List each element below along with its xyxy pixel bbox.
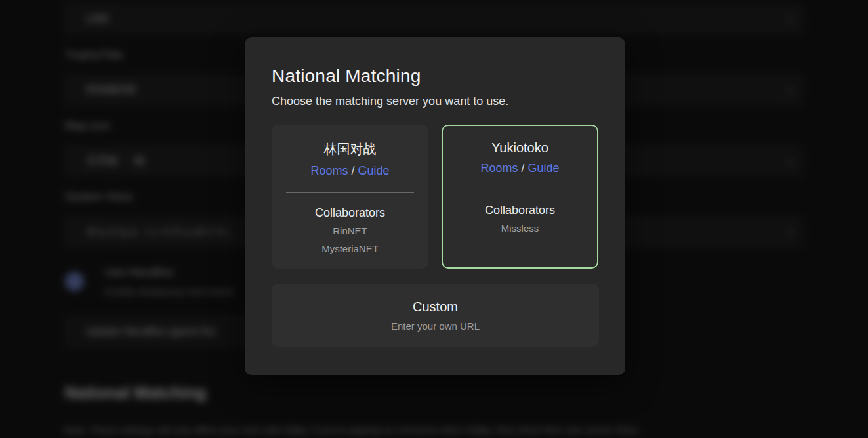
server-links: Rooms / Guide	[286, 164, 414, 178]
rooms-link[interactable]: Rooms	[310, 164, 348, 177]
screen: LINK › Trophy/Title RAINBOW › Map icon 天…	[0, 0, 868, 438]
link-separator: /	[518, 162, 527, 175]
collaborator-item: MysteriaNET	[286, 242, 414, 255]
rooms-link[interactable]: Rooms	[480, 162, 518, 175]
collaborators-heading: Collaborators	[286, 206, 414, 220]
custom-server-card[interactable]: Custom Enter your own URL	[272, 284, 599, 347]
server-name: Yukiotoko	[456, 141, 584, 156]
collaborator-item: RinNET	[286, 225, 414, 238]
custom-card-title: Custom	[413, 299, 458, 315]
collaborators-heading: Collaborators	[456, 204, 584, 217]
guide-link[interactable]: Guide	[358, 164, 389, 177]
card-divider	[286, 192, 414, 193]
guide-link[interactable]: Guide	[527, 162, 559, 175]
server-links: Rooms / Guide	[456, 162, 584, 175]
link-separator: /	[348, 164, 358, 177]
server-name: 林国对战	[286, 141, 414, 158]
dialog-subtitle: Choose the matching server you want to u…	[272, 95, 599, 108]
card-divider	[456, 190, 584, 190]
collaborator-item: Missless	[456, 222, 584, 235]
national-matching-dialog: National Matching Choose the matching se…	[245, 37, 625, 375]
server-options: 林国对战 Rooms / Guide Collaborators RinNET …	[272, 125, 599, 269]
custom-card-subtitle: Enter your own URL	[391, 320, 480, 332]
dialog-title: National Matching	[272, 66, 599, 87]
server-card-linguo[interactable]: 林国对战 Rooms / Guide Collaborators RinNET …	[272, 125, 428, 269]
server-card-yukiotoko[interactable]: Yukiotoko Rooms / Guide Collaborators Mi…	[442, 125, 598, 269]
